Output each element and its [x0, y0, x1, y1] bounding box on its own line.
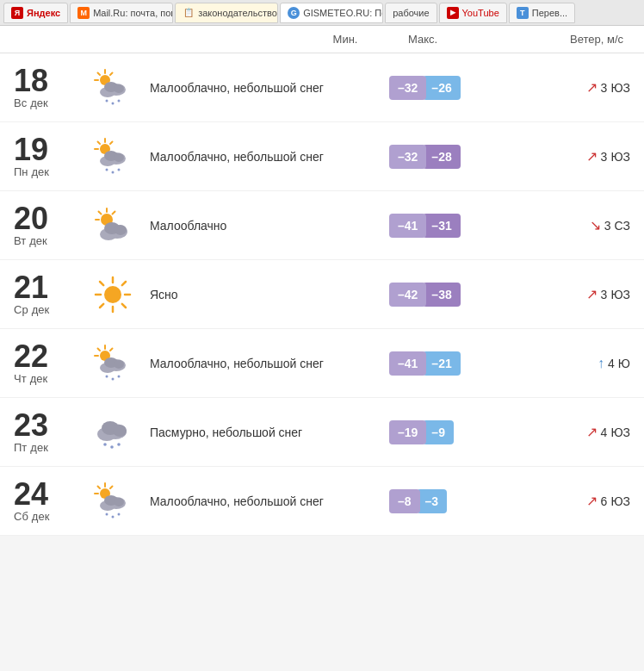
svg-point-69: [114, 498, 124, 506]
wind-speed: 4: [608, 357, 615, 370]
temperature-bars: –41 –21: [389, 346, 561, 381]
date-block: 18 Вс дек: [14, 65, 83, 109]
date-day: Пт: [14, 441, 27, 454]
wind-direction-arrow: ↘: [590, 217, 601, 233]
tab-perev-label: Перев...: [532, 8, 567, 18]
svg-point-11: [118, 99, 121, 102]
temperature-bars: –42 –38: [389, 277, 561, 312]
svg-line-45: [98, 348, 101, 351]
svg-point-59: [110, 445, 114, 449]
temp-max-bar: –21: [423, 351, 460, 376]
header-wind: Ветер, м/с: [461, 33, 630, 46]
wind-direction-arrow: ↗: [586, 493, 598, 509]
svg-line-46: [110, 348, 113, 351]
svg-line-4: [110, 72, 113, 75]
wind-direction-arrow: ↑: [598, 356, 604, 371]
date-block: 20 Вт дек: [14, 203, 83, 247]
header-max: Макс.: [384, 33, 461, 46]
mail-icon: M: [77, 7, 90, 19]
temp-max-bar: –38: [423, 283, 460, 307]
zakon-icon: 📋: [183, 7, 195, 19]
table-row: 21 Ср дек Ясно –42 –38 ↗ 3 ЮЗ: [0, 260, 644, 329]
date-number: 22: [14, 341, 83, 372]
tab-rabochie-label: рабочие: [393, 8, 429, 18]
svg-point-10: [112, 102, 115, 104]
browser-tabs: Я Яндекс M Mail.Ru: почта, поиск 📋 закон…: [0, 0, 644, 26]
tab-zakon[interactable]: 📋 законодательство: [175, 3, 278, 23]
date-month: дек: [29, 234, 47, 247]
gismeteo-icon: G: [288, 7, 300, 19]
tab-zakon-label: законодательство: [198, 8, 277, 18]
tab-gismeteo[interactable]: G GISMETEO.RU: Погод...: [280, 3, 383, 23]
temp-min-bar: –41: [389, 351, 426, 376]
table-row: 24 Сб дек Малооблачно, небольшой снег –8: [0, 467, 644, 536]
wind-side: СЗ: [615, 219, 630, 233]
svg-point-21: [106, 168, 108, 171]
wind-block: ↗ 3 ЮЗ: [561, 79, 630, 96]
svg-line-65: [110, 486, 113, 488]
date-month: дек: [30, 96, 48, 109]
svg-line-3: [98, 72, 101, 75]
wind-speed: 3: [604, 219, 611, 233]
youtube-icon: ▶: [447, 7, 459, 19]
table-row: 23 Пт дек Пасмурно, небольшой снег –19 –…: [0, 398, 644, 467]
date-number: 19: [14, 134, 83, 165]
weather-icon-block: [83, 66, 143, 109]
weather-table: Мин. Макс. Ветер, м/с 18 Вс дек: [0, 26, 644, 536]
tab-yandex-label: Яндекс: [27, 8, 60, 18]
weather-rows: 18 Вс дек Малооблачно, небольшой снег –3…: [0, 53, 644, 536]
svg-line-38: [100, 282, 103, 285]
svg-point-58: [103, 443, 107, 446]
perev-icon: T: [517, 7, 529, 19]
date-day: Чт: [14, 372, 27, 385]
temp-min-bar: –19: [389, 420, 426, 444]
date-block: 23 Пт дек: [14, 410, 83, 454]
weather-icon-block: [83, 480, 143, 523]
temp-min-bar: –41: [389, 214, 426, 238]
temp-min-bar: –42: [389, 283, 426, 307]
table-row: 22 Чт дек Малооблачно, небольшой снег –4…: [0, 329, 644, 398]
svg-line-28: [113, 211, 115, 214]
wind-side: ЮЗ: [610, 494, 630, 508]
svg-point-71: [112, 515, 115, 518]
tab-perev[interactable]: T Перев...: [509, 3, 575, 23]
svg-line-40: [122, 282, 126, 285]
temperature-bars: –32 –28: [389, 140, 561, 174]
table-header: Мин. Макс. Ветер, м/с: [0, 26, 644, 53]
tab-mail-label: Mail.Ru: почта, поиск: [93, 8, 173, 18]
date-day: Вт: [14, 234, 26, 247]
table-row: 20 Вт дек Малооблачно –41 –31 ↘ 3: [0, 191, 644, 260]
temp-max-bar: –9: [423, 420, 454, 444]
temperature-bars: –19 –9: [389, 415, 561, 450]
temp-max-bar: –31: [423, 214, 460, 238]
wind-block: ↗ 3 ЮЗ: [561, 148, 630, 165]
wind-side: ЮЗ: [610, 81, 630, 95]
temp-min-bar: –32: [389, 76, 426, 100]
tab-youtube-label: YouTube: [462, 8, 499, 18]
tab-yandex[interactable]: Я Яндекс: [3, 3, 68, 23]
table-row: 18 Вс дек Малооблачно, небольшой снег –3…: [0, 53, 644, 122]
weather-icon-block: [83, 204, 143, 247]
weather-description: Малооблачно, небольшой снег: [143, 494, 389, 508]
temperature-bars: –41 –31: [389, 208, 561, 243]
wind-block: ↘ 3 СЗ: [561, 217, 630, 233]
temp-min-bar: –8: [389, 489, 420, 513]
date-month: дек: [30, 372, 48, 385]
date-block: 19 Пн дек: [14, 134, 83, 178]
svg-point-8: [114, 84, 124, 93]
tab-youtube[interactable]: ▶ YouTube: [439, 3, 507, 23]
date-day-month: Вт дек: [14, 234, 83, 247]
wind-direction-arrow: ↗: [586, 286, 598, 302]
weather-description: Малооблачно, небольшой снег: [143, 150, 389, 164]
temp-max-bar: –26: [423, 76, 460, 100]
svg-line-64: [98, 486, 101, 488]
svg-point-70: [106, 513, 108, 515]
weather-description: Ясно: [143, 288, 389, 301]
tab-mail[interactable]: M Mail.Ru: почта, поиск: [70, 3, 173, 23]
svg-point-50: [114, 360, 124, 369]
tab-rabochie[interactable]: рабочие: [385, 3, 437, 23]
temp-max-bar: –28: [423, 145, 460, 169]
weather-icon-block: [83, 135, 143, 178]
date-day-month: Пт дек: [14, 441, 83, 454]
date-day-month: Вс дек: [14, 96, 83, 109]
